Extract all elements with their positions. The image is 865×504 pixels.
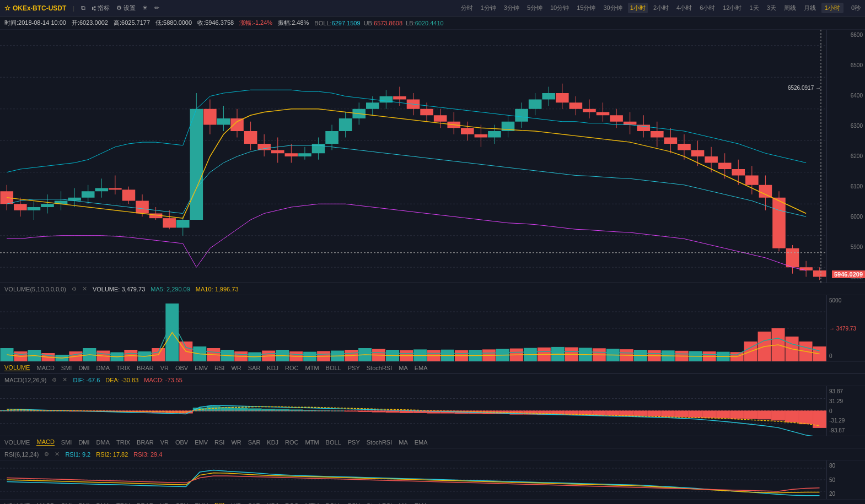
macd-tab-psy[interactable]: PSY <box>348 439 360 446</box>
macd-tab-stochrsi[interactable]: StochRSI <box>367 439 392 446</box>
star-icon[interactable]: ☆ <box>4 4 10 12</box>
vol-tab-kdj[interactable]: KDJ <box>267 365 278 371</box>
rsi-tab-obv[interactable]: OBV <box>175 502 188 505</box>
vol-tab-boll[interactable]: BOLL <box>326 365 341 371</box>
tf-5min[interactable]: 5分钟 <box>525 3 545 13</box>
macd-tab-emv[interactable]: EMV <box>195 439 208 446</box>
window-icon[interactable]: ⧉ <box>81 4 85 12</box>
rsi-settings-icon[interactable]: ⚙ <box>44 451 49 457</box>
tf-3min[interactable]: 3分钟 <box>502 3 522 13</box>
macd-tab-ma[interactable]: MA <box>399 439 408 446</box>
tf-10min[interactable]: 10分钟 <box>548 3 571 13</box>
tf-1d[interactable]: 1天 <box>748 3 761 13</box>
macd-tab-boll[interactable]: BOLL <box>326 439 341 446</box>
rsi-tab-ma[interactable]: MA <box>399 502 408 505</box>
vol-tab-macd[interactable]: MACD <box>36 365 54 371</box>
rsi-tab-dma[interactable]: DMA <box>96 502 110 505</box>
rsi-tab-smi[interactable]: SMI <box>61 502 72 505</box>
macd-close-icon[interactable]: ✕ <box>62 376 67 383</box>
vol-tab-ma[interactable]: MA <box>399 365 408 371</box>
macd-tab-vr[interactable]: VR <box>160 439 169 446</box>
rsi-tab-roc[interactable]: ROC <box>285 502 298 505</box>
tf-2h[interactable]: 2小时 <box>651 3 671 13</box>
macd-tab-kdj[interactable]: KDJ <box>267 439 278 446</box>
rsi-tab-sar[interactable]: SAR <box>248 502 261 505</box>
volume-settings-icon[interactable]: ⚙ <box>72 286 77 292</box>
vol-tab-wr[interactable]: WR <box>231 365 241 371</box>
tf-12h[interactable]: 12小时 <box>721 3 744 13</box>
rsi-tab-volume[interactable]: VOLUME <box>4 502 30 505</box>
rsi-tab-brar[interactable]: BRAR <box>137 502 154 505</box>
rsi-rsi3-val: RSI3: 29.4 <box>133 451 162 458</box>
macd-tab-dmi[interactable]: DMI <box>78 439 89 446</box>
macd-tab-obv[interactable]: OBV <box>175 439 188 446</box>
vol-tab-brar[interactable]: BRAR <box>137 365 154 371</box>
vol-tab-smi[interactable]: SMI <box>61 365 72 371</box>
settings-button[interactable]: ⚙ 设置 <box>116 4 136 12</box>
rsi-tab-rsi[interactable]: RSI <box>214 502 224 504</box>
rsi-close-icon[interactable]: ✕ <box>55 451 60 458</box>
rsi-tab-psy[interactable]: PSY <box>348 502 360 505</box>
rsi-indicator-tabs: VOLUME MACD SMI DMI DMA TRIX BRAR VR OBV… <box>0 499 865 504</box>
vol-tab-stochrsi[interactable]: StochRSI <box>367 365 392 371</box>
vol-tab-obv[interactable]: OBV <box>175 365 188 371</box>
rsi-tab-mtm[interactable]: MTM <box>305 502 319 505</box>
vol-tab-emv[interactable]: EMV <box>195 365 208 371</box>
macd-tab-volume[interactable]: VOLUME <box>4 439 30 446</box>
tf-weekly[interactable]: 周线 <box>782 3 798 13</box>
macd-tab-rsi[interactable]: RSI <box>214 439 224 446</box>
macd-indicator-name: MACD(12,26,9) <box>4 377 46 383</box>
rsi-tab-trix[interactable]: TRIX <box>116 502 130 505</box>
chart-container: 6600 6500 6400 6300 6200 6100 6000 5900 … <box>0 30 865 504</box>
indicators-button[interactable]: ⑆ 指标 <box>92 4 110 12</box>
tf-1min[interactable]: 1分钟 <box>479 3 498 13</box>
tf-15min[interactable]: 15分钟 <box>574 3 598 13</box>
vol-tab-dmi[interactable]: DMI <box>78 365 89 371</box>
tf-1h[interactable]: 1小时 <box>628 3 648 13</box>
rsi-tab-macd[interactable]: MACD <box>36 502 54 505</box>
theme-toggle[interactable]: ☀ <box>142 4 148 12</box>
macd-tab-smi[interactable]: SMI <box>61 439 72 446</box>
tf-monthly[interactable]: 月线 <box>802 3 818 13</box>
vol-tab-mtm[interactable]: MTM <box>305 365 319 371</box>
draw-tool[interactable]: ✏ <box>154 4 159 12</box>
rsi-tab-vr[interactable]: VR <box>160 502 169 505</box>
vol-tab-psy[interactable]: PSY <box>348 365 360 371</box>
rsi-label-bar: RSI(6,12,24) ⚙ ✕ RSI1: 9.2 RSI2: 17.82 R… <box>0 448 865 460</box>
rsi-tab-ema[interactable]: EMA <box>415 502 428 505</box>
vol-tab-dma[interactable]: DMA <box>96 365 110 371</box>
rsi-tab-wr[interactable]: WR <box>231 502 241 505</box>
price-chart[interactable]: 6600 6500 6400 6300 6200 6100 6000 5900 … <box>0 30 865 283</box>
tf-3d[interactable]: 3天 <box>765 3 778 13</box>
macd-tab-dma[interactable]: DMA <box>96 439 110 446</box>
vol-tab-trix[interactable]: TRIX <box>116 365 130 371</box>
rsi-tab-dmi[interactable]: DMI <box>78 502 89 505</box>
rsi-rsi2-val: RSI2: 17.82 <box>96 451 128 458</box>
macd-tab-roc[interactable]: ROC <box>285 439 298 446</box>
rsi-tab-emv[interactable]: EMV <box>195 502 208 505</box>
vol-tab-ema[interactable]: EMA <box>415 365 428 371</box>
rsi-tab-boll[interactable]: BOLL <box>326 502 341 505</box>
vol-tab-vr[interactable]: VR <box>160 365 169 371</box>
macd-tab-trix[interactable]: TRIX <box>116 439 130 446</box>
tf-4h[interactable]: 4小时 <box>674 3 694 13</box>
macd-tab-mtm[interactable]: MTM <box>305 439 319 446</box>
vol-tab-rsi[interactable]: RSI <box>214 365 224 371</box>
tf-6h[interactable]: 6小时 <box>697 3 717 13</box>
macd-settings-icon[interactable]: ⚙ <box>52 377 57 383</box>
volume-close-icon[interactable]: ✕ <box>82 285 87 292</box>
macd-tab-wr[interactable]: WR <box>231 439 241 446</box>
tf-30min[interactable]: 30分钟 <box>601 3 625 13</box>
vol-tab-sar[interactable]: SAR <box>248 365 261 371</box>
macd-tab-macd[interactable]: MACD <box>36 438 54 446</box>
tf-dropdown[interactable]: 1小时 <box>821 3 843 13</box>
rsi-tab-kdj[interactable]: KDJ <box>267 502 278 505</box>
rsi-tab-stochrsi[interactable]: StochRSI <box>367 502 392 505</box>
macd-tab-brar[interactable]: BRAR <box>137 439 154 446</box>
tf-fenshi[interactable]: 分时 <box>459 3 475 13</box>
volume-ma10-val: MA10: 1,996.73 <box>196 286 239 292</box>
macd-tab-sar[interactable]: SAR <box>248 439 261 446</box>
vol-tab-volume[interactable]: VOLUME <box>4 364 30 371</box>
macd-tab-ema[interactable]: EMA <box>415 439 428 446</box>
vol-tab-roc[interactable]: ROC <box>285 365 298 371</box>
